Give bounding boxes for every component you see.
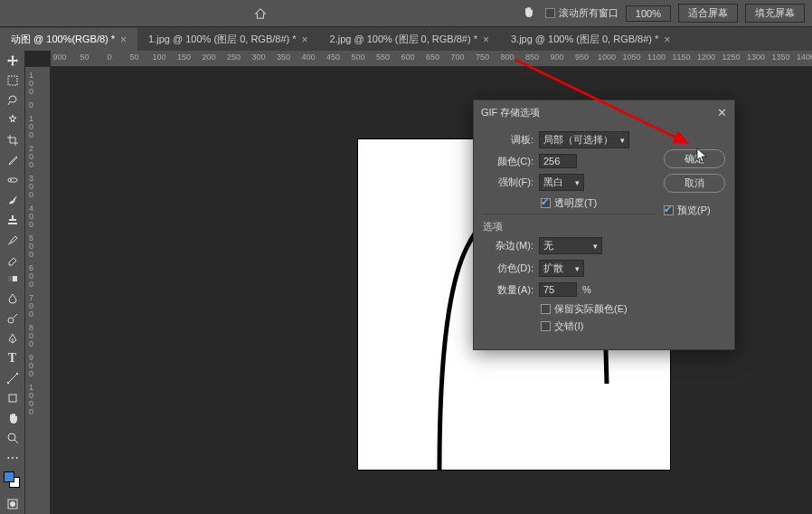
stamp-tool-icon[interactable] bbox=[2, 211, 24, 229]
scroll-all-label: 滚动所有窗口 bbox=[559, 6, 618, 20]
close-icon[interactable]: × bbox=[302, 33, 308, 46]
amount-unit: % bbox=[582, 284, 591, 295]
close-icon[interactable]: × bbox=[664, 33, 670, 46]
svg-rect-0 bbox=[8, 76, 17, 85]
palette-label: 调板: bbox=[483, 133, 533, 147]
close-icon[interactable]: × bbox=[483, 33, 489, 46]
tab-label: 动图 @ 100%(RGB/8) * bbox=[11, 33, 115, 46]
chevron-down-icon: ▾ bbox=[593, 242, 598, 251]
tab-label: 3.jpg @ 100% (图层 0, RGB/8#) * bbox=[511, 33, 658, 46]
interlace-label: 交错(I) bbox=[554, 319, 583, 333]
svg-rect-6 bbox=[7, 382, 9, 384]
svg-point-2 bbox=[10, 179, 12, 181]
dodge-tool-icon[interactable] bbox=[2, 309, 24, 328]
preview-checkbox[interactable]: 预览(P) bbox=[664, 204, 725, 217]
fit-screen-button[interactable]: 适合屏幕 bbox=[678, 4, 738, 23]
hand-tool-icon[interactable] bbox=[2, 409, 24, 427]
tools-panel: T ⋯ bbox=[0, 51, 25, 514]
path-tool-icon[interactable] bbox=[2, 369, 24, 387]
tab-label: 2.jpg @ 100% (图层 0, RGB/8#) * bbox=[330, 33, 477, 46]
quickmask-icon[interactable] bbox=[2, 495, 24, 513]
foreground-color-swatch[interactable] bbox=[4, 471, 14, 482]
chevron-down-icon: ▾ bbox=[575, 264, 580, 273]
svg-rect-1 bbox=[8, 178, 17, 182]
scroll-all-checkbox[interactable]: 滚动所有窗口 bbox=[545, 6, 618, 20]
gif-save-options-dialog: GIF 存储选项 ✕ 调板: 局部（可选择）▾ 颜色(C): 256 强制(F)… bbox=[473, 100, 735, 350]
cancel-button[interactable]: 取消 bbox=[664, 174, 725, 193]
zoom-tool-icon[interactable] bbox=[2, 429, 24, 447]
forced-label: 强制(F): bbox=[483, 176, 533, 189]
hand-icon[interactable] bbox=[522, 5, 538, 22]
home-icon[interactable] bbox=[253, 5, 268, 23]
eyedropper-tool-icon[interactable] bbox=[2, 151, 24, 169]
preview-label: 预览(P) bbox=[677, 204, 711, 217]
ok-button[interactable]: 确定 bbox=[664, 149, 725, 168]
tab-doc-2[interactable]: 2.jpg @ 100% (图层 0, RGB/8#) * × bbox=[319, 28, 500, 51]
gradient-tool-icon[interactable] bbox=[2, 270, 24, 288]
colors-input[interactable]: 256 bbox=[539, 154, 577, 168]
preserve-label: 保留实际颜色(E) bbox=[554, 302, 628, 316]
chevron-down-icon: ▾ bbox=[575, 178, 580, 187]
tab-doc-1[interactable]: 1.jpg @ 100% (图层 0, RGB/8#) * × bbox=[137, 28, 318, 51]
blur-tool-icon[interactable] bbox=[2, 290, 24, 308]
zoom-button[interactable]: 100% bbox=[626, 5, 671, 22]
amount-label: 数量(A): bbox=[483, 283, 533, 297]
matte-select[interactable]: 无▾ bbox=[539, 237, 602, 254]
colors-label: 颜色(C): bbox=[483, 155, 533, 168]
transparency-checkbox[interactable]: 透明度(T) bbox=[541, 196, 655, 210]
tab-doc-0[interactable]: 动图 @ 100%(RGB/8) * × bbox=[0, 28, 137, 51]
dialog-titlebar[interactable]: GIF 存储选项 ✕ bbox=[474, 100, 734, 124]
svg-rect-4 bbox=[8, 276, 13, 281]
svg-point-9 bbox=[8, 433, 15, 441]
document-tabs: 动图 @ 100%(RGB/8) * × 1.jpg @ 100% (图层 0,… bbox=[0, 27, 812, 51]
type-tool-icon[interactable]: T bbox=[2, 349, 24, 367]
tab-label: 1.jpg @ 100% (图层 0, RGB/8#) * bbox=[148, 33, 296, 46]
lasso-tool-icon[interactable] bbox=[2, 91, 24, 109]
tab-doc-3[interactable]: 3.jpg @ 100% (图层 0, RGB/8#) * × bbox=[500, 28, 681, 51]
move-tool-icon[interactable] bbox=[2, 52, 24, 70]
color-swatches[interactable] bbox=[4, 471, 22, 490]
healing-tool-icon[interactable] bbox=[2, 171, 24, 189]
fill-screen-button[interactable]: 填充屏幕 bbox=[745, 4, 805, 23]
edit-toolbar-icon[interactable]: ⋯ bbox=[2, 449, 24, 467]
wand-tool-icon[interactable] bbox=[2, 111, 24, 129]
shape-tool-icon[interactable] bbox=[2, 389, 24, 407]
svg-point-5 bbox=[8, 318, 14, 323]
marquee-tool-icon[interactable] bbox=[2, 71, 24, 90]
options-bar: 滚动所有窗口 100% 适合屏幕 填充屏幕 bbox=[0, 0, 812, 27]
pen-tool-icon[interactable] bbox=[2, 329, 24, 347]
brush-tool-icon[interactable] bbox=[2, 191, 24, 209]
svg-point-11 bbox=[10, 501, 15, 507]
options-section-label: 选项 bbox=[483, 214, 655, 233]
chevron-down-icon: ▾ bbox=[620, 136, 625, 145]
forced-select[interactable]: 黑白▾ bbox=[539, 174, 584, 191]
history-brush-tool-icon[interactable] bbox=[2, 231, 24, 249]
vertical-ruler: 10001002003004005006007008009001000 bbox=[25, 67, 51, 514]
transparency-label: 透明度(T) bbox=[554, 196, 597, 210]
eraser-tool-icon[interactable] bbox=[2, 251, 24, 269]
dither-select[interactable]: 扩散▾ bbox=[539, 260, 584, 277]
amount-input[interactable]: 75 bbox=[539, 282, 577, 297]
crop-tool-icon[interactable] bbox=[2, 131, 24, 149]
matte-label: 杂边(M): bbox=[483, 239, 533, 252]
horizontal-ruler: 9005005010015020025030035040045050055060… bbox=[51, 51, 812, 67]
svg-rect-7 bbox=[16, 373, 18, 375]
interlace-checkbox[interactable]: 交错(I) bbox=[541, 319, 655, 333]
preserve-colors-checkbox[interactable]: 保留实际颜色(E) bbox=[541, 302, 655, 316]
svg-rect-8 bbox=[9, 395, 16, 402]
close-icon[interactable]: ✕ bbox=[717, 106, 727, 119]
palette-select[interactable]: 局部（可选择）▾ bbox=[539, 131, 629, 148]
dither-label: 仿色(D): bbox=[483, 262, 533, 275]
dialog-title: GIF 存储选项 bbox=[481, 106, 540, 119]
close-icon[interactable]: × bbox=[120, 33, 127, 46]
